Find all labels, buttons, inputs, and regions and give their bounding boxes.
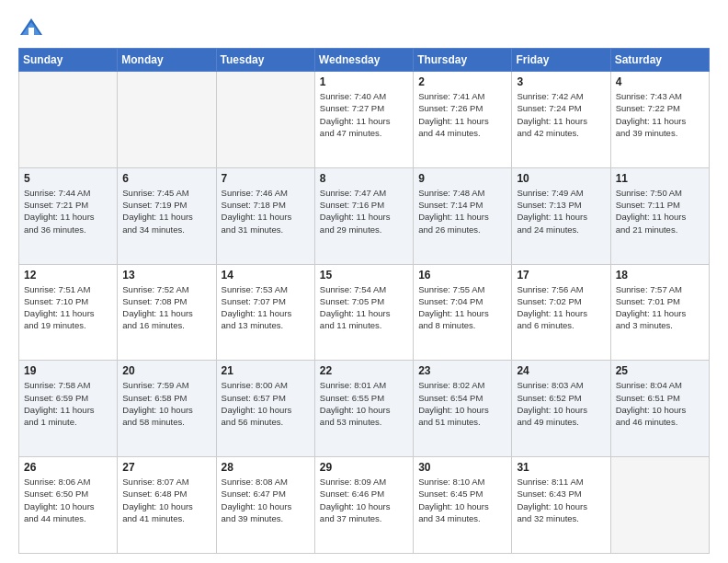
day-info: Sunrise: 7:41 AM Sunset: 7:26 PM Dayligh… — [418, 90, 506, 139]
day-number: 29 — [320, 461, 408, 474]
day-number: 20 — [122, 364, 210, 377]
day-info: Sunrise: 8:00 AM Sunset: 6:57 PM Dayligh… — [222, 379, 310, 428]
calendar-cell: 31Sunrise: 8:11 AM Sunset: 6:43 PM Dayli… — [512, 457, 610, 554]
day-info: Sunrise: 8:09 AM Sunset: 6:46 PM Dayligh… — [320, 476, 408, 524]
day-info: Sunrise: 8:11 AM Sunset: 6:43 PM Dayligh… — [517, 476, 605, 524]
calendar-cell: 14Sunrise: 7:53 AM Sunset: 7:07 PM Dayli… — [216, 264, 314, 361]
calendar-cell: 17Sunrise: 7:56 AM Sunset: 7:02 PM Dayli… — [512, 264, 610, 361]
day-info: Sunrise: 7:46 AM Sunset: 7:18 PM Dayligh… — [222, 187, 310, 236]
calendar-week-row: 26Sunrise: 8:06 AM Sunset: 6:50 PM Dayli… — [19, 457, 710, 554]
day-number: 4 — [616, 75, 704, 88]
calendar-cell: 9Sunrise: 7:48 AM Sunset: 7:14 PM Daylig… — [414, 167, 512, 264]
calendar-week-row: 12Sunrise: 7:51 AM Sunset: 7:10 PM Dayli… — [19, 264, 710, 361]
day-info: Sunrise: 7:52 AM Sunset: 7:08 PM Dayligh… — [122, 283, 210, 332]
day-info: Sunrise: 7:54 AM Sunset: 7:05 PM Dayligh… — [320, 283, 408, 332]
day-number: 5 — [24, 172, 112, 185]
weekday-header: Saturday — [610, 49, 709, 72]
day-number: 17 — [517, 269, 605, 282]
day-info: Sunrise: 7:40 AM Sunset: 7:27 PM Dayligh… — [320, 90, 408, 139]
day-number: 27 — [122, 461, 210, 474]
day-number: 30 — [418, 461, 506, 474]
day-info: Sunrise: 7:59 AM Sunset: 6:58 PM Dayligh… — [122, 379, 210, 428]
day-number: 8 — [320, 172, 408, 185]
day-info: Sunrise: 7:57 AM Sunset: 7:01 PM Dayligh… — [616, 283, 704, 332]
calendar-cell: 1Sunrise: 7:40 AM Sunset: 7:27 PM Daylig… — [314, 72, 413, 168]
calendar-week-row: 19Sunrise: 7:58 AM Sunset: 6:59 PM Dayli… — [19, 361, 710, 457]
day-number: 10 — [517, 172, 605, 185]
calendar-cell: 25Sunrise: 8:04 AM Sunset: 6:51 PM Dayli… — [610, 361, 709, 457]
calendar-cell: 24Sunrise: 8:03 AM Sunset: 6:52 PM Dayli… — [512, 361, 610, 457]
day-number: 26 — [24, 461, 112, 474]
day-number: 11 — [616, 172, 704, 185]
day-number: 22 — [320, 364, 408, 377]
weekday-header: Monday — [118, 49, 216, 72]
weekday-header: Tuesday — [216, 49, 314, 72]
calendar-cell: 18Sunrise: 7:57 AM Sunset: 7:01 PM Dayli… — [610, 264, 709, 361]
calendar-cell: 11Sunrise: 7:50 AM Sunset: 7:11 PM Dayli… — [610, 167, 709, 264]
day-number: 28 — [222, 461, 310, 474]
weekday-header: Wednesday — [314, 49, 413, 72]
day-info: Sunrise: 7:44 AM Sunset: 7:21 PM Dayligh… — [24, 187, 112, 236]
day-info: Sunrise: 7:42 AM Sunset: 7:24 PM Dayligh… — [517, 90, 605, 139]
day-number: 7 — [222, 172, 310, 185]
day-number: 15 — [320, 269, 408, 282]
calendar-week-row: 5Sunrise: 7:44 AM Sunset: 7:21 PM Daylig… — [19, 167, 710, 264]
day-number: 13 — [122, 269, 210, 282]
day-info: Sunrise: 7:43 AM Sunset: 7:22 PM Dayligh… — [616, 90, 704, 139]
weekday-header: Thursday — [414, 49, 512, 72]
calendar-cell: 20Sunrise: 7:59 AM Sunset: 6:58 PM Dayli… — [118, 361, 216, 457]
calendar-body: 1Sunrise: 7:40 AM Sunset: 7:27 PM Daylig… — [19, 72, 710, 554]
day-number: 18 — [616, 269, 704, 282]
calendar-cell: 27Sunrise: 8:07 AM Sunset: 6:48 PM Dayli… — [118, 457, 216, 554]
calendar-cell: 10Sunrise: 7:49 AM Sunset: 7:13 PM Dayli… — [512, 167, 610, 264]
day-info: Sunrise: 7:56 AM Sunset: 7:02 PM Dayligh… — [517, 283, 605, 332]
calendar-cell — [216, 72, 314, 168]
day-info: Sunrise: 7:49 AM Sunset: 7:13 PM Dayligh… — [517, 187, 605, 236]
svg-rect-2 — [28, 28, 34, 35]
logo-icon — [18, 15, 44, 40]
day-info: Sunrise: 7:53 AM Sunset: 7:07 PM Dayligh… — [222, 283, 310, 332]
calendar-cell: 28Sunrise: 8:08 AM Sunset: 6:47 PM Dayli… — [216, 457, 314, 554]
day-info: Sunrise: 8:06 AM Sunset: 6:50 PM Dayligh… — [24, 476, 112, 524]
day-number: 16 — [418, 269, 506, 282]
calendar-cell: 8Sunrise: 7:47 AM Sunset: 7:16 PM Daylig… — [314, 167, 413, 264]
calendar-cell: 3Sunrise: 7:42 AM Sunset: 7:24 PM Daylig… — [512, 72, 610, 168]
calendar-cell: 26Sunrise: 8:06 AM Sunset: 6:50 PM Dayli… — [19, 457, 118, 554]
day-number: 24 — [517, 364, 605, 377]
weekday-header: Sunday — [19, 49, 118, 72]
day-info: Sunrise: 7:48 AM Sunset: 7:14 PM Dayligh… — [418, 187, 506, 236]
calendar-cell: 4Sunrise: 7:43 AM Sunset: 7:22 PM Daylig… — [610, 72, 709, 168]
day-info: Sunrise: 7:45 AM Sunset: 7:19 PM Dayligh… — [122, 187, 210, 236]
calendar-cell: 30Sunrise: 8:10 AM Sunset: 6:45 PM Dayli… — [414, 457, 512, 554]
day-number: 23 — [418, 364, 506, 377]
calendar-header-row: SundayMondayTuesdayWednesdayThursdayFrid… — [19, 49, 710, 72]
day-info: Sunrise: 8:02 AM Sunset: 6:54 PM Dayligh… — [418, 379, 506, 428]
day-info: Sunrise: 8:07 AM Sunset: 6:48 PM Dayligh… — [122, 476, 210, 524]
day-number: 3 — [517, 75, 605, 88]
day-info: Sunrise: 8:10 AM Sunset: 6:45 PM Dayligh… — [418, 476, 506, 524]
page: SundayMondayTuesdayWednesdayThursdayFrid… — [0, 0, 728, 563]
calendar-cell: 5Sunrise: 7:44 AM Sunset: 7:21 PM Daylig… — [19, 167, 118, 264]
day-number: 6 — [122, 172, 210, 185]
day-number: 12 — [24, 269, 112, 282]
day-info: Sunrise: 7:51 AM Sunset: 7:10 PM Dayligh… — [24, 283, 112, 332]
day-number: 2 — [418, 75, 506, 88]
calendar-week-row: 1Sunrise: 7:40 AM Sunset: 7:27 PM Daylig… — [19, 72, 710, 168]
calendar-cell: 23Sunrise: 8:02 AM Sunset: 6:54 PM Dayli… — [414, 361, 512, 457]
day-number: 19 — [24, 364, 112, 377]
day-info: Sunrise: 7:58 AM Sunset: 6:59 PM Dayligh… — [24, 379, 112, 428]
day-info: Sunrise: 7:55 AM Sunset: 7:04 PM Dayligh… — [418, 283, 506, 332]
calendar-cell: 7Sunrise: 7:46 AM Sunset: 7:18 PM Daylig… — [216, 167, 314, 264]
calendar-table: SundayMondayTuesdayWednesdayThursdayFrid… — [18, 48, 710, 554]
day-info: Sunrise: 8:08 AM Sunset: 6:47 PM Dayligh… — [222, 476, 310, 524]
calendar-cell: 12Sunrise: 7:51 AM Sunset: 7:10 PM Dayli… — [19, 264, 118, 361]
day-info: Sunrise: 7:50 AM Sunset: 7:11 PM Dayligh… — [616, 187, 704, 236]
calendar-cell: 22Sunrise: 8:01 AM Sunset: 6:55 PM Dayli… — [314, 361, 413, 457]
calendar-cell: 21Sunrise: 8:00 AM Sunset: 6:57 PM Dayli… — [216, 361, 314, 457]
logo — [18, 15, 48, 40]
day-number: 31 — [517, 461, 605, 474]
day-number: 21 — [222, 364, 310, 377]
calendar-cell: 13Sunrise: 7:52 AM Sunset: 7:08 PM Dayli… — [118, 264, 216, 361]
calendar-cell: 16Sunrise: 7:55 AM Sunset: 7:04 PM Dayli… — [414, 264, 512, 361]
day-info: Sunrise: 8:04 AM Sunset: 6:51 PM Dayligh… — [616, 379, 704, 428]
